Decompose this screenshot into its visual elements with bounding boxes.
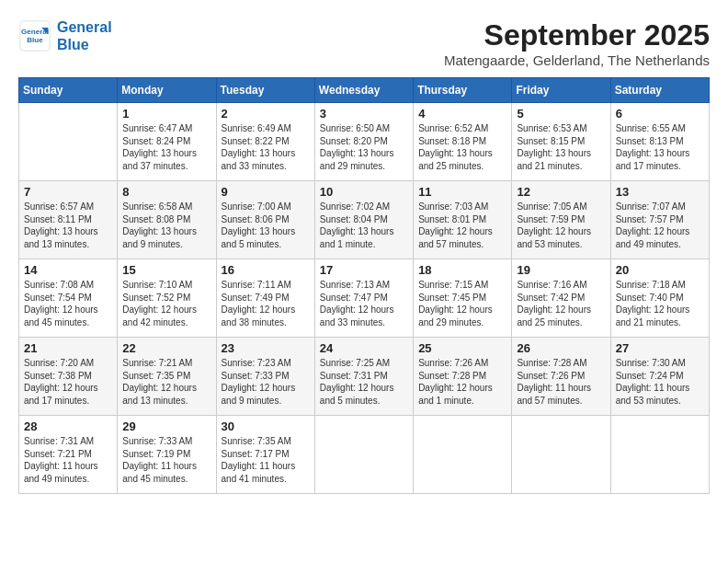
weekday-header-monday: Monday bbox=[118, 78, 216, 103]
day-number: 30 bbox=[222, 419, 310, 433]
day-info: Sunrise: 7:10 AM Sunset: 7:52 PM Dayligh… bbox=[122, 279, 210, 328]
day-info: Sunrise: 7:31 AM Sunset: 7:21 PM Dayligh… bbox=[24, 435, 112, 485]
logo-text: General Blue bbox=[57, 18, 112, 53]
day-info: Sunrise: 6:57 AM Sunset: 8:11 PM Dayligh… bbox=[24, 201, 112, 250]
day-number: 5 bbox=[517, 107, 605, 121]
day-info: Sunrise: 7:13 AM Sunset: 7:47 PM Dayligh… bbox=[320, 279, 408, 328]
calendar-cell bbox=[610, 416, 709, 494]
day-info: Sunrise: 7:07 AM Sunset: 7:57 PM Dayligh… bbox=[616, 201, 704, 250]
calendar-cell: 27Sunrise: 7:30 AM Sunset: 7:24 PM Dayli… bbox=[610, 338, 709, 416]
day-number: 8 bbox=[122, 185, 210, 199]
day-info: Sunrise: 7:25 AM Sunset: 7:31 PM Dayligh… bbox=[320, 357, 408, 407]
calendar-cell: 9Sunrise: 7:00 AM Sunset: 8:06 PM Daylig… bbox=[216, 181, 314, 259]
calendar-cell bbox=[19, 103, 118, 181]
calendar-cell: 2Sunrise: 6:49 AM Sunset: 8:22 PM Daylig… bbox=[216, 103, 314, 181]
day-number: 11 bbox=[418, 185, 506, 199]
calendar-cell: 18Sunrise: 7:15 AM Sunset: 7:45 PM Dayli… bbox=[414, 259, 512, 338]
day-info: Sunrise: 6:52 AM Sunset: 8:18 PM Dayligh… bbox=[418, 122, 506, 172]
day-number: 24 bbox=[320, 341, 408, 355]
calendar-cell: 19Sunrise: 7:16 AM Sunset: 7:42 PM Dayli… bbox=[512, 259, 610, 338]
day-number: 6 bbox=[616, 107, 704, 121]
calendar-cell: 12Sunrise: 7:05 AM Sunset: 7:59 PM Dayli… bbox=[512, 181, 610, 259]
calendar-cell: 10Sunrise: 7:02 AM Sunset: 8:04 PM Dayli… bbox=[314, 181, 413, 259]
day-info: Sunrise: 7:15 AM Sunset: 7:45 PM Dayligh… bbox=[418, 279, 506, 328]
page-header: General Blue General Blue September 2025… bbox=[18, 18, 710, 68]
day-number: 20 bbox=[616, 263, 704, 277]
day-info: Sunrise: 7:00 AM Sunset: 8:06 PM Dayligh… bbox=[222, 201, 310, 250]
day-info: Sunrise: 6:49 AM Sunset: 8:22 PM Dayligh… bbox=[222, 122, 310, 172]
calendar-week-4: 21Sunrise: 7:20 AM Sunset: 7:38 PM Dayli… bbox=[19, 338, 710, 416]
day-info: Sunrise: 6:58 AM Sunset: 8:08 PM Dayligh… bbox=[122, 201, 210, 250]
calendar-week-5: 28Sunrise: 7:31 AM Sunset: 7:21 PM Dayli… bbox=[19, 416, 710, 494]
day-info: Sunrise: 7:26 AM Sunset: 7:28 PM Dayligh… bbox=[418, 357, 506, 407]
calendar-cell: 11Sunrise: 7:03 AM Sunset: 8:01 PM Dayli… bbox=[414, 181, 512, 259]
day-info: Sunrise: 7:35 AM Sunset: 7:17 PM Dayligh… bbox=[222, 435, 310, 485]
calendar-cell: 15Sunrise: 7:10 AM Sunset: 7:52 PM Dayli… bbox=[118, 259, 216, 338]
month-title: September 2025 bbox=[444, 18, 710, 52]
calendar-cell bbox=[414, 416, 512, 494]
day-number: 19 bbox=[517, 263, 605, 277]
day-info: Sunrise: 7:21 AM Sunset: 7:35 PM Dayligh… bbox=[122, 357, 210, 407]
calendar-cell: 22Sunrise: 7:21 AM Sunset: 7:35 PM Dayli… bbox=[118, 338, 216, 416]
calendar-cell: 5Sunrise: 6:53 AM Sunset: 8:15 PM Daylig… bbox=[512, 103, 610, 181]
calendar-week-3: 14Sunrise: 7:08 AM Sunset: 7:54 PM Dayli… bbox=[19, 259, 710, 338]
day-info: Sunrise: 7:23 AM Sunset: 7:33 PM Dayligh… bbox=[222, 357, 310, 407]
weekday-header-thursday: Thursday bbox=[414, 78, 512, 103]
calendar-table: SundayMondayTuesdayWednesdayThursdayFrid… bbox=[18, 77, 710, 494]
day-info: Sunrise: 7:05 AM Sunset: 7:59 PM Dayligh… bbox=[517, 201, 605, 250]
calendar-week-2: 7Sunrise: 6:57 AM Sunset: 8:11 PM Daylig… bbox=[19, 181, 710, 259]
day-number: 14 bbox=[24, 263, 112, 277]
logo: General Blue General Blue bbox=[18, 18, 112, 53]
day-number: 28 bbox=[24, 419, 112, 433]
weekday-header-wednesday: Wednesday bbox=[314, 78, 413, 103]
calendar-cell: 4Sunrise: 6:52 AM Sunset: 8:18 PM Daylig… bbox=[414, 103, 512, 181]
calendar-cell: 20Sunrise: 7:18 AM Sunset: 7:40 PM Dayli… bbox=[610, 259, 709, 338]
day-number: 12 bbox=[517, 185, 605, 199]
day-number: 2 bbox=[222, 107, 310, 121]
day-info: Sunrise: 7:16 AM Sunset: 7:42 PM Dayligh… bbox=[517, 279, 605, 328]
day-number: 9 bbox=[222, 185, 310, 199]
weekday-header-friday: Friday bbox=[512, 78, 610, 103]
day-info: Sunrise: 6:47 AM Sunset: 8:24 PM Dayligh… bbox=[122, 122, 210, 172]
weekday-header-row: SundayMondayTuesdayWednesdayThursdayFrid… bbox=[19, 78, 710, 103]
calendar-cell: 14Sunrise: 7:08 AM Sunset: 7:54 PM Dayli… bbox=[19, 259, 118, 338]
calendar-cell: 25Sunrise: 7:26 AM Sunset: 7:28 PM Dayli… bbox=[414, 338, 512, 416]
title-block: September 2025 Matengaarde, Gelderland, … bbox=[444, 18, 710, 68]
day-info: Sunrise: 7:11 AM Sunset: 7:49 PM Dayligh… bbox=[222, 279, 310, 328]
day-info: Sunrise: 7:20 AM Sunset: 7:38 PM Dayligh… bbox=[24, 357, 112, 407]
calendar-cell: 28Sunrise: 7:31 AM Sunset: 7:21 PM Dayli… bbox=[19, 416, 118, 494]
day-number: 1 bbox=[122, 107, 210, 121]
day-number: 21 bbox=[24, 341, 112, 355]
calendar-cell: 8Sunrise: 6:58 AM Sunset: 8:08 PM Daylig… bbox=[118, 181, 216, 259]
day-number: 7 bbox=[24, 185, 112, 199]
day-info: Sunrise: 7:30 AM Sunset: 7:24 PM Dayligh… bbox=[616, 357, 704, 407]
day-info: Sunrise: 7:28 AM Sunset: 7:26 PM Dayligh… bbox=[517, 357, 605, 407]
day-number: 3 bbox=[320, 107, 408, 121]
day-number: 4 bbox=[418, 107, 506, 121]
day-number: 26 bbox=[517, 341, 605, 355]
day-number: 10 bbox=[320, 185, 408, 199]
location-title: Matengaarde, Gelderland, The Netherlands bbox=[444, 52, 710, 68]
day-info: Sunrise: 7:08 AM Sunset: 7:54 PM Dayligh… bbox=[24, 279, 112, 328]
calendar-cell: 24Sunrise: 7:25 AM Sunset: 7:31 PM Dayli… bbox=[314, 338, 413, 416]
calendar-cell: 1Sunrise: 6:47 AM Sunset: 8:24 PM Daylig… bbox=[118, 103, 216, 181]
weekday-header-tuesday: Tuesday bbox=[216, 78, 314, 103]
weekday-header-saturday: Saturday bbox=[610, 78, 709, 103]
svg-text:Blue: Blue bbox=[27, 36, 43, 44]
day-info: Sunrise: 6:53 AM Sunset: 8:15 PM Dayligh… bbox=[517, 122, 605, 172]
calendar-cell: 6Sunrise: 6:55 AM Sunset: 8:13 PM Daylig… bbox=[610, 103, 709, 181]
day-number: 29 bbox=[122, 419, 210, 433]
day-info: Sunrise: 7:02 AM Sunset: 8:04 PM Dayligh… bbox=[320, 201, 408, 250]
calendar-cell: 7Sunrise: 6:57 AM Sunset: 8:11 PM Daylig… bbox=[19, 181, 118, 259]
day-number: 15 bbox=[122, 263, 210, 277]
calendar-cell: 26Sunrise: 7:28 AM Sunset: 7:26 PM Dayli… bbox=[512, 338, 610, 416]
day-info: Sunrise: 6:50 AM Sunset: 8:20 PM Dayligh… bbox=[320, 122, 408, 172]
day-number: 17 bbox=[320, 263, 408, 277]
calendar-cell: 13Sunrise: 7:07 AM Sunset: 7:57 PM Dayli… bbox=[610, 181, 709, 259]
day-number: 22 bbox=[122, 341, 210, 355]
day-number: 25 bbox=[418, 341, 506, 355]
day-number: 27 bbox=[616, 341, 704, 355]
day-number: 16 bbox=[222, 263, 310, 277]
calendar-week-1: 1Sunrise: 6:47 AM Sunset: 8:24 PM Daylig… bbox=[19, 103, 710, 181]
calendar-cell: 30Sunrise: 7:35 AM Sunset: 7:17 PM Dayli… bbox=[216, 416, 314, 494]
